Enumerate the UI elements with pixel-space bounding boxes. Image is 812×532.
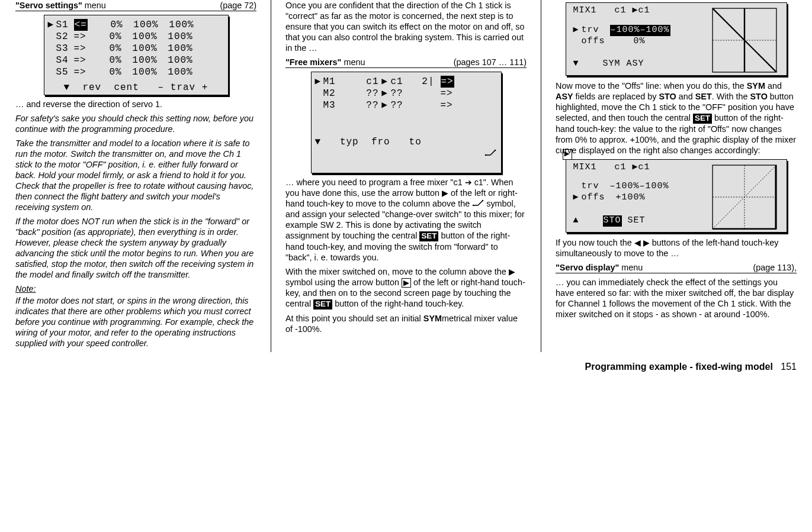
column-1: "Servo settings" menu (page 72) ▶S1<=0%1… — [11, 0, 261, 352]
free-mixers-lcd: ▶M1c1▶c12|=> M2??▶?? => M3??▶?? => ▼ typ… — [311, 72, 502, 173]
para: At this point you should set an initial … — [285, 313, 527, 334]
para: For safety's sake you should check this … — [15, 113, 256, 134]
servo-display-header: "Servo display" menu (page 113), — [556, 262, 797, 273]
free-mixers-header: "Free mixers" menu (pages 107 … 111) — [285, 57, 527, 68]
menu-title: "Servo settings" menu — [15, 1, 106, 10]
column-divider — [271, 0, 271, 352]
sto-button: STO — [603, 215, 622, 227]
page-ref: (pages 107 … 111) — [454, 57, 527, 67]
mix2-lcd: MIX1 c1 ▶c1 trv–100%–100% ▶offs +100% ▲ … — [566, 159, 787, 233]
para: Now move to the "Offs" line: when you do… — [556, 80, 797, 156]
mix-param-row: ▶offs +100% — [570, 192, 702, 204]
page-ref: (page 72) — [220, 1, 256, 10]
mix-param-row: offs 0% — [570, 36, 702, 47]
para: With the mixer switched on, move to the … — [285, 266, 527, 309]
column-divider — [541, 0, 541, 352]
servo-row: S2=>0%100%100% — [44, 31, 228, 43]
svg-line-1 — [490, 150, 495, 155]
servo-row: S4=>0%100%100% — [44, 54, 228, 66]
svg-line-16 — [712, 165, 776, 229]
mix-title: MIX1 c1 ▶c1 — [573, 162, 650, 173]
para: Take the transmitter and model to a loca… — [15, 138, 256, 212]
lcd-footer: ▼ typ fro to — [315, 136, 422, 172]
set-button-icon: SET — [419, 231, 438, 241]
mix-param-row: trv–100%–100% — [570, 181, 702, 192]
lcd-footer: ▼ SYM ASY — [573, 59, 644, 70]
para: Once you are confident that the directio… — [285, 0, 527, 53]
servo-row: S5=>0%100%100% — [44, 66, 228, 78]
mixer-row: M3??▶?? => — [312, 99, 501, 111]
mixer-row: M2??▶?? => — [312, 88, 501, 99]
switch-icon — [422, 136, 500, 172]
para: If you now touch the ◀ ▶ buttons of the … — [556, 237, 797, 259]
menu-title: "Servo display" menu — [556, 263, 643, 272]
para: … and reverse the direction of servo 1. — [15, 99, 256, 109]
page-footer: Programming example - fixed-wing model 1… — [0, 358, 812, 375]
svg-point-3 — [494, 150, 496, 151]
set-button-icon: SET — [693, 114, 712, 124]
mix-title: MIX1 c1 ▶c1 — [573, 5, 650, 17]
note-body: If the motor does not start, or spins in… — [15, 295, 256, 349]
column-2: Once you are confident that the directio… — [281, 0, 531, 352]
menu-title: "Free mixers" menu — [285, 57, 365, 67]
para: … you can immediately check the effect o… — [556, 277, 797, 320]
para: … where you need to program a free mixer… — [285, 177, 527, 263]
column-3: MIX1 c1 ▶c1 ▶trv–100%–100% offs 0% ▼ SYM… — [551, 0, 801, 352]
arrow-box-icon: ▶ — [402, 278, 411, 288]
note-label: Note: — [15, 283, 256, 294]
servo-row: S3=>0%100%100% — [44, 43, 228, 54]
mixer-curve-graph — [706, 8, 783, 73]
servo-row: ▶S1<=0%100%100% — [44, 19, 228, 31]
mixer-row: ▶M1c1▶c12|=> — [312, 76, 501, 88]
svg-line-5 — [478, 201, 483, 205]
mix1-lcd: MIX1 c1 ▶c1 ▶trv–100%–100% offs 0% ▼ SYM… — [566, 2, 787, 76]
mix-param-row: ▶trv–100%–100% — [570, 25, 702, 36]
svg-point-2 — [484, 154, 486, 156]
page-ref: (page 113), — [753, 263, 797, 272]
mixer-curve-graph — [706, 165, 783, 230]
page-content: "Servo settings" menu (page 72) ▶S1<=0%1… — [0, 0, 812, 358]
set-button-icon: SET — [313, 299, 332, 309]
servo-settings-header: "Servo settings" menu (page 72) — [15, 0, 256, 11]
svg-point-6 — [473, 205, 474, 206]
lcd-footer: ▼ rev cent – trav + — [64, 82, 208, 93]
para: If the motor does NOT run when the stick… — [15, 216, 256, 280]
svg-point-7 — [482, 200, 483, 201]
servo-settings-lcd: ▶S1<=0%100%100% S2=>0%100%100% S3=>0%100… — [44, 15, 229, 95]
